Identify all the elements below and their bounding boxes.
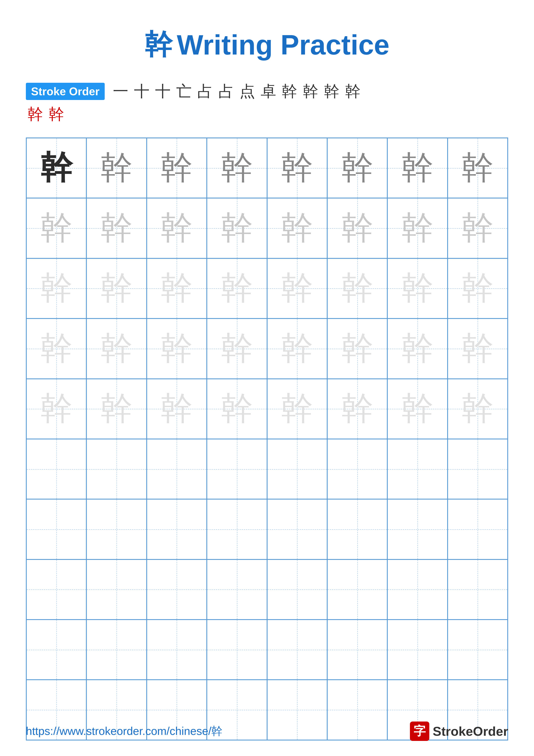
- grid-cell[interactable]: [87, 499, 146, 559]
- practice-char: 幹: [40, 387, 73, 431]
- grid-cell[interactable]: [447, 559, 508, 620]
- grid-cell[interactable]: 幹: [26, 379, 87, 439]
- grid-cell[interactable]: [87, 559, 146, 620]
- grid-cell[interactable]: [147, 439, 207, 499]
- grid-cell[interactable]: 幹: [267, 198, 327, 258]
- grid-cell[interactable]: [447, 499, 508, 559]
- grid-cell[interactable]: 幹: [387, 258, 447, 318]
- practice-char: 幹: [161, 267, 193, 310]
- grid-cell[interactable]: 幹: [26, 318, 87, 379]
- grid-cell[interactable]: 幹: [387, 198, 447, 258]
- stroke-char-12: 幹: [345, 81, 361, 102]
- grid-cell[interactable]: 幹: [267, 138, 327, 198]
- grid-cell[interactable]: [26, 620, 87, 680]
- grid-cell[interactable]: 幹: [26, 258, 87, 318]
- stroke-char-9: 幹: [282, 81, 297, 102]
- practice-char: 幹: [461, 387, 494, 431]
- grid-cell[interactable]: 幹: [207, 318, 267, 379]
- grid-cell[interactable]: 幹: [26, 138, 87, 198]
- grid-cell[interactable]: [26, 439, 87, 499]
- grid-cell[interactable]: 幹: [87, 318, 146, 379]
- grid-cell[interactable]: [207, 439, 267, 499]
- grid-cell[interactable]: [387, 559, 447, 620]
- grid-cell[interactable]: 幹: [87, 379, 146, 439]
- practice-char: 幹: [40, 146, 73, 190]
- stroke-char-5: 占: [197, 81, 213, 102]
- stroke-char-10: 幹: [303, 81, 318, 102]
- grid-cell[interactable]: 幹: [327, 138, 387, 198]
- grid-row-9: [26, 620, 508, 680]
- stroke-order-badge: Stroke Order: [26, 83, 105, 100]
- grid-cell[interactable]: 幹: [327, 258, 387, 318]
- grid-cell[interactable]: 幹: [327, 379, 387, 439]
- grid-cell[interactable]: 幹: [147, 318, 207, 379]
- grid-cell[interactable]: [147, 499, 207, 559]
- grid-cell[interactable]: [387, 620, 447, 680]
- practice-char: 幹: [161, 146, 193, 190]
- grid-cell[interactable]: [267, 499, 327, 559]
- grid-cell[interactable]: [207, 620, 267, 680]
- grid-cell[interactable]: [447, 620, 508, 680]
- grid-row-2: 幹 幹 幹 幹 幹 幹 幹 幹: [26, 198, 508, 258]
- grid-cell[interactable]: 幹: [147, 258, 207, 318]
- stroke-char-8: 卓: [261, 81, 276, 102]
- grid-cell[interactable]: 幹: [447, 379, 508, 439]
- grid-cell[interactable]: 幹: [267, 318, 327, 379]
- footer-url[interactable]: https://www.strokeorder.com/chinese/幹: [26, 724, 222, 739]
- grid-cell[interactable]: 幹: [147, 379, 207, 439]
- grid-cell[interactable]: [447, 439, 508, 499]
- footer-brand: 字 StrokeOrder: [410, 721, 508, 741]
- grid-cell[interactable]: [387, 439, 447, 499]
- grid-cell[interactable]: 幹: [147, 138, 207, 198]
- grid-cell[interactable]: [207, 559, 267, 620]
- practice-char: 幹: [40, 206, 73, 250]
- brand-icon: 字: [410, 721, 429, 741]
- grid-cell[interactable]: 幹: [327, 198, 387, 258]
- grid-cell[interactable]: [147, 620, 207, 680]
- grid-cell[interactable]: 幹: [207, 258, 267, 318]
- grid-cell[interactable]: 幹: [147, 198, 207, 258]
- grid-cell[interactable]: 幹: [267, 258, 327, 318]
- grid-cell[interactable]: 幹: [387, 138, 447, 198]
- grid-cell[interactable]: [267, 559, 327, 620]
- practice-char: 幹: [281, 387, 313, 431]
- practice-char: 幹: [461, 327, 494, 370]
- grid-cell[interactable]: [327, 620, 387, 680]
- grid-cell[interactable]: 幹: [267, 379, 327, 439]
- practice-char: 幹: [100, 387, 133, 431]
- grid-cell[interactable]: [87, 439, 146, 499]
- grid-cell[interactable]: 幹: [207, 198, 267, 258]
- practice-char: 幹: [221, 387, 253, 431]
- grid-cell[interactable]: [327, 559, 387, 620]
- grid-cell[interactable]: 幹: [447, 138, 508, 198]
- grid-cell[interactable]: [147, 559, 207, 620]
- grid-cell[interactable]: 幹: [447, 318, 508, 379]
- grid-cell[interactable]: [207, 499, 267, 559]
- grid-row-1: 幹 幹 幹 幹 幹 幹 幹 幹: [26, 138, 508, 198]
- grid-cell[interactable]: 幹: [387, 318, 447, 379]
- grid-cell[interactable]: [267, 620, 327, 680]
- grid-cell[interactable]: 幹: [447, 258, 508, 318]
- grid-cell[interactable]: 幹: [87, 198, 146, 258]
- practice-char: 幹: [281, 267, 313, 310]
- grid-cell[interactable]: 幹: [207, 379, 267, 439]
- grid-cell[interactable]: 幹: [87, 258, 146, 318]
- grid-cell[interactable]: 幹: [447, 198, 508, 258]
- grid-cell[interactable]: 幹: [207, 138, 267, 198]
- grid-cell[interactable]: 幹: [87, 138, 146, 198]
- grid-cell[interactable]: [26, 499, 87, 559]
- grid-cell[interactable]: [327, 439, 387, 499]
- grid-row-3: 幹 幹 幹 幹 幹 幹 幹 幹: [26, 258, 508, 318]
- grid-cell[interactable]: [26, 559, 87, 620]
- title-text: Writing Practice: [177, 29, 390, 61]
- grid-cell[interactable]: 幹: [387, 379, 447, 439]
- grid-cell[interactable]: [267, 439, 327, 499]
- grid-cell[interactable]: [327, 499, 387, 559]
- practice-char: 幹: [281, 206, 313, 250]
- practice-char: 幹: [341, 146, 373, 190]
- grid-cell[interactable]: 幹: [327, 318, 387, 379]
- practice-char: 幹: [100, 267, 133, 310]
- grid-cell[interactable]: [387, 499, 447, 559]
- grid-cell[interactable]: [87, 620, 146, 680]
- grid-cell[interactable]: 幹: [26, 198, 87, 258]
